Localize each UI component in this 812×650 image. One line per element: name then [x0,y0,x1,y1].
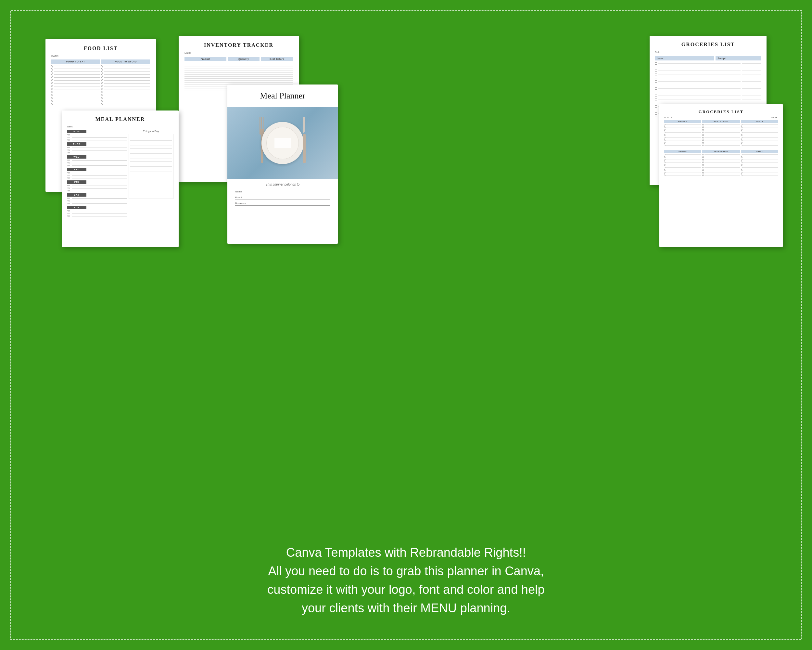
bottom-line2: All you need to do is to grab this plann… [46,562,766,580]
food-row [101,88,150,90]
groceries2-week-label: WEEK: [771,116,778,119]
cover-field-name: Name [235,190,330,194]
groceries2-month-label: MONTH: [664,116,673,119]
groc2-row [741,139,778,141]
things-to-buy-lines [129,134,174,199]
time-row: PM [67,164,127,167]
food-row [51,70,100,72]
day-tag-wed: WED [67,155,86,159]
groc2-row [741,142,778,144]
groc2-row [702,154,740,155]
food-row [51,82,100,84]
time-row: NN [67,187,127,189]
groc2-row [741,162,778,163]
groc2-row [702,167,740,168]
groceries2-title: GROCERIES LIST [664,109,778,115]
groc2-col-frozen-header: FROZEN [664,120,701,123]
meal-planner-days: MON AM NN PM TUES AM NN PM WED [67,130,127,219]
groc2-col-fruits-header: FRUITS [664,150,701,153]
groc-row [655,66,761,68]
day-tag-thu: THU [67,168,86,171]
groc2-row [664,142,701,144]
food-row [51,73,100,75]
groc2-row [702,164,740,166]
day-sun: SUN AM NN PM [67,206,127,217]
meal-cover-bottom: This planner belongs to Name Email Busin… [227,179,338,211]
belongs-to-text: This planner belongs to [235,183,330,186]
food-avoid-header: FOOD TO AVOID [101,60,150,64]
main-container: FOOD LIST DATE: FOOD TO EAT [20,20,792,630]
groc2-row [702,129,740,131]
cover-field-name-label: Name [235,190,330,193]
time-row: AM [67,197,127,199]
groceries2-section2: FRUITS VEGETABLES [664,150,778,177]
groc2-row [664,154,701,155]
groc2-row [664,132,701,133]
groc-row [655,91,761,93]
groc-row [655,80,761,83]
cover-field-business: Business [235,202,330,206]
time-row: NN [67,174,127,176]
food-row [101,76,150,78]
meal-planner-card: MEAL PLANNER Week: MON AM NN PM TUES AM [62,110,179,247]
bottom-line4: your clients with their MENU planning. [46,599,766,618]
time-row: AM [67,159,127,161]
groc2-row [664,124,701,125]
groc2-row [664,137,701,138]
food-row [101,79,150,81]
groc2-row [664,159,701,161]
groc2-col-meats: MEATS / FISH [702,120,740,147]
food-eat-header: FOOD TO EAT [51,60,100,64]
food-row [101,97,150,99]
food-list-title: FOOD LIST [51,46,150,51]
groc2-row [664,127,701,128]
food-row [101,103,150,105]
plate [261,122,304,164]
svg-rect-1 [259,117,261,129]
day-fri: FRI AM NN PM [67,180,127,192]
groc2-row [702,137,740,138]
groc2-row [702,124,740,125]
things-to-buy-title: Things to Buy [129,130,174,133]
groc2-row [702,159,740,161]
groc2-row [741,124,778,125]
plate-inner [266,127,299,159]
groceries2-card: GROCERIES LIST MONTH: WEEK: FROZEN [659,104,783,247]
groc2-row [664,167,701,168]
food-row [101,67,150,70]
groc-row [655,102,761,104]
groc2-col-pasta-header: PASTA [741,120,778,123]
groc-row [655,84,761,86]
food-row [101,85,150,87]
inventory-header-row: Product Quantity Best Before [185,57,293,61]
plate-scene [227,107,338,179]
groc2-row [741,156,778,158]
time-row: AM [67,147,127,148]
groc2-row [741,145,778,146]
plate-card [275,138,291,148]
time-row: NN [67,149,127,151]
groc-row [655,73,761,75]
inventory-date-label: Date: [185,51,293,54]
time-row: PM [67,152,127,154]
food-row [51,85,100,87]
time-row: NN [67,136,127,138]
groc2-row [702,142,740,144]
bottom-text: Canva Templates with Rebrandable Rights!… [20,534,792,630]
groc2-row [664,156,701,158]
groc2-col-vegetables: VEGETABLES [702,150,740,177]
food-row [51,97,100,99]
groc2-row [664,129,701,131]
cards-area: FOOD LIST DATE: FOOD TO EAT [20,20,792,534]
day-tues: TUES AM NN PM [67,142,127,154]
cover-field-business-line [235,205,330,206]
inv-col-bestbefore: Best Before [261,57,293,61]
cover-field-business-label: Business [235,202,330,205]
time-row: AM [67,185,127,187]
groc2-row [702,127,740,128]
groc2-row [741,137,778,138]
time-row: PM [67,202,127,205]
cover-field-name-line [235,194,330,194]
groc2-row [702,139,740,141]
groc2-row [664,172,701,174]
